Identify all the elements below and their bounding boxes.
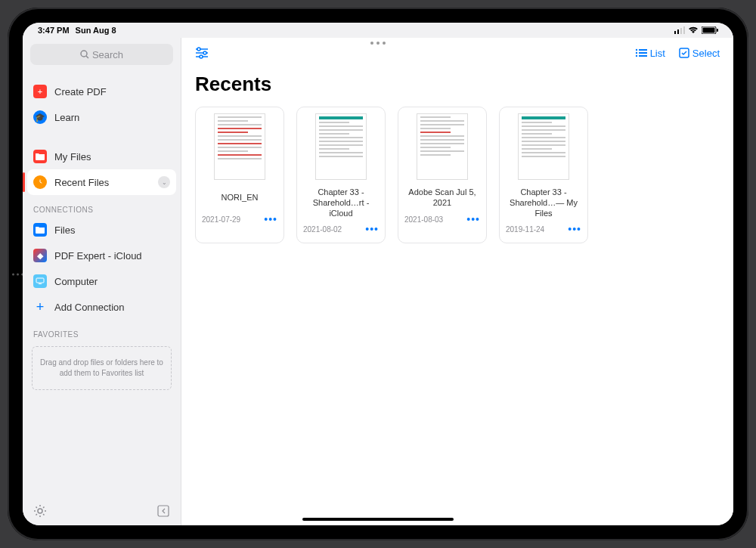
ipad-frame: 3:47 PM Sun Aug 8 Search xyxy=(8,8,748,540)
file-date: 2019-11-24 xyxy=(506,225,544,234)
select-label: Select xyxy=(692,48,720,59)
status-time: 3:47 PM xyxy=(38,26,70,35)
file-grid: NORI_EN 2021-07-29 ••• xyxy=(181,107,733,243)
svg-point-24 xyxy=(635,55,637,57)
file-thumbnail xyxy=(315,113,367,180)
folder-icon xyxy=(33,223,47,237)
file-date: 2021-07-29 xyxy=(202,215,240,224)
sidebar-item-create-pdf[interactable]: + Create PDF xyxy=(23,79,181,104)
sidebar-item-add-connection[interactable]: + Add Connection xyxy=(23,294,181,320)
filter-button[interactable] xyxy=(195,47,209,59)
file-date: 2021-08-03 xyxy=(404,215,443,224)
svg-rect-3 xyxy=(683,26,685,34)
multitask-dots[interactable] xyxy=(370,42,386,45)
file-card[interactable]: Adobe Scan Jul 5, 2021 2021-08-03 ••• xyxy=(398,107,487,243)
sidebar-item-label: Add Connection xyxy=(54,302,125,313)
svg-point-15 xyxy=(197,48,200,51)
signal-icon xyxy=(674,26,685,34)
svg-line-8 xyxy=(86,56,88,58)
file-thumbnail xyxy=(518,113,569,180)
chevron-down-icon[interactable]: ⌄ xyxy=(158,176,170,188)
collapse-icon xyxy=(156,504,170,518)
collapse-sidebar-button[interactable] xyxy=(156,504,170,518)
svg-point-20 xyxy=(635,49,637,51)
file-card[interactable]: Chapter 33 - Sharehold…rt - iCloud 2021-… xyxy=(296,107,386,243)
sliders-icon xyxy=(195,47,209,59)
svg-rect-5 xyxy=(703,28,715,33)
file-name: Chapter 33 - Sharehold…rt - iCloud xyxy=(303,187,379,218)
page-title: Recents xyxy=(181,68,733,107)
home-indicator[interactable] xyxy=(302,518,454,521)
sidebar-item-my-files[interactable]: My Files xyxy=(23,144,181,169)
file-name: Chapter 33 - Sharehold…— My Files xyxy=(506,187,581,218)
wifi-icon xyxy=(688,26,699,34)
svg-point-22 xyxy=(635,52,637,54)
svg-point-17 xyxy=(203,51,206,54)
list-icon xyxy=(635,48,647,57)
connections-header: CONNECTIONS xyxy=(23,195,181,217)
svg-rect-25 xyxy=(639,55,647,57)
svg-rect-21 xyxy=(639,49,647,51)
svg-point-7 xyxy=(81,51,87,57)
content-area: List Select Recents xyxy=(181,38,733,525)
sidebar-item-learn[interactable]: 🎓 Learn xyxy=(23,104,181,130)
sidebar-item-files[interactable]: Files xyxy=(23,217,181,243)
screen: 3:47 PM Sun Aug 8 Search xyxy=(23,23,733,525)
search-input[interactable]: Search xyxy=(30,44,173,65)
file-thumbnail xyxy=(417,113,468,180)
svg-rect-6 xyxy=(717,29,718,32)
sidebar-item-label: My Files xyxy=(54,151,91,163)
svg-point-19 xyxy=(200,55,203,58)
sidebar-item-pdf-expert-icloud[interactable]: ◆ PDF Expert - iCloud xyxy=(23,243,181,268)
sidebar-item-label: Create PDF xyxy=(54,86,107,98)
favorites-header: FAVORITES xyxy=(23,320,181,342)
sidebar-item-label: PDF Expert - iCloud xyxy=(54,250,142,262)
plus-icon: + xyxy=(33,300,47,314)
sidebar-item-computer[interactable]: Computer xyxy=(23,268,181,294)
svg-rect-2 xyxy=(680,28,682,34)
checkbox-icon xyxy=(679,48,689,58)
favorites-dropzone[interactable]: Drag and drop files or folders here to a… xyxy=(32,346,172,390)
file-name: Adobe Scan Jul 5, 2021 xyxy=(404,187,480,209)
svg-rect-23 xyxy=(639,52,647,54)
file-date: 2021-08-02 xyxy=(303,225,342,234)
file-card[interactable]: Chapter 33 - Sharehold…— My Files 2019-1… xyxy=(499,107,588,243)
pdf-expert-icon: ◆ xyxy=(33,249,47,262)
sidebar: Search + Create PDF 🎓 Learn xyxy=(23,38,181,525)
learn-icon: 🎓 xyxy=(33,110,47,124)
gear-icon xyxy=(33,504,47,518)
file-name: NORI_EN xyxy=(222,187,259,209)
list-view-button[interactable]: List xyxy=(635,48,665,59)
create-pdf-icon: + xyxy=(33,85,47,98)
file-card[interactable]: NORI_EN 2021-07-29 ••• xyxy=(195,107,284,243)
svg-rect-0 xyxy=(674,31,676,34)
sidebar-item-label: Recent Files xyxy=(54,177,109,188)
battery-icon xyxy=(702,26,718,34)
more-button[interactable]: ••• xyxy=(264,213,277,225)
select-button[interactable]: Select xyxy=(679,48,720,59)
status-date: Sun Aug 8 xyxy=(76,26,116,35)
svg-rect-10 xyxy=(36,278,44,283)
sidebar-item-recent-files[interactable]: Recent Files ⌄ xyxy=(27,169,176,195)
toolbar: List Select xyxy=(181,38,733,68)
file-thumbnail xyxy=(214,113,265,180)
sidebar-item-label: Computer xyxy=(54,276,98,287)
more-button[interactable]: ••• xyxy=(568,223,581,235)
more-button[interactable]: ••• xyxy=(365,223,379,235)
settings-button[interactable] xyxy=(33,504,47,518)
svg-rect-11 xyxy=(39,283,42,284)
search-placeholder: Search xyxy=(92,49,123,60)
svg-rect-13 xyxy=(158,506,169,516)
search-icon xyxy=(80,50,89,59)
clock-icon xyxy=(33,175,47,189)
computer-icon xyxy=(33,274,47,288)
status-bar: 3:47 PM Sun Aug 8 xyxy=(23,23,733,38)
side-connector-dots xyxy=(12,273,23,275)
svg-point-12 xyxy=(38,509,42,513)
sidebar-item-label: Files xyxy=(54,224,75,236)
svg-rect-1 xyxy=(677,29,679,34)
more-button[interactable]: ••• xyxy=(466,213,480,225)
list-label: List xyxy=(650,48,665,59)
sidebar-item-label: Learn xyxy=(54,112,79,123)
folder-icon xyxy=(33,150,47,163)
